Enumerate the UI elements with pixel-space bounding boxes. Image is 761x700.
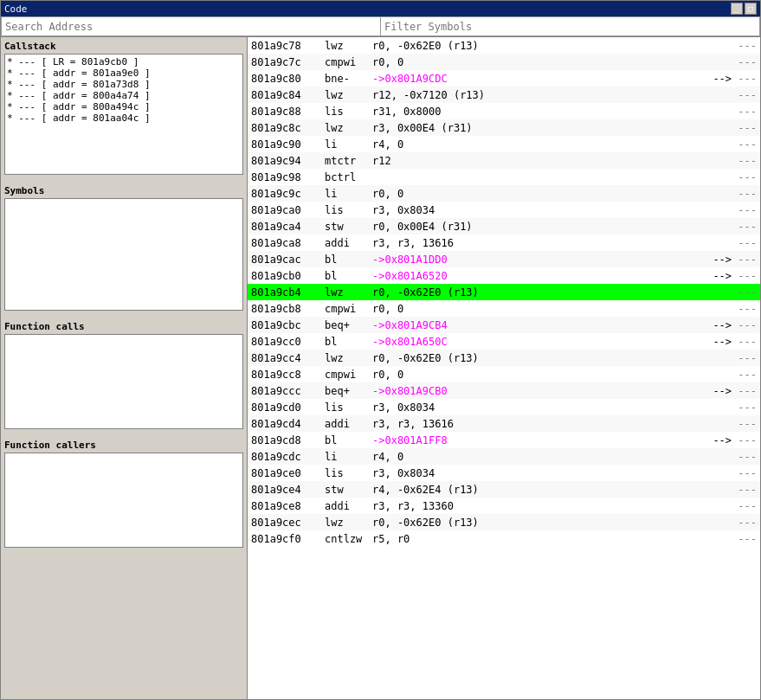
disasm-row[interactable]: 801a9cac bl ->0x801A1DD0--> --- <box>248 251 760 267</box>
disasm-address: 801a9c8c <box>251 122 325 134</box>
disasm-comment: --> --- <box>687 385 757 397</box>
disasm-row[interactable]: 801a9cb8 cmpwi r0, 0--- <box>248 300 760 317</box>
disasm-row[interactable]: 801a9cc0 bl ->0x801A650C--> --- <box>248 333 760 350</box>
disasm-mnemonic: mtctr <box>325 155 372 167</box>
disasm-link[interactable]: ->0x801A6520 <box>372 270 448 282</box>
disasm-mnemonic: stw <box>325 484 372 496</box>
disasm-address: 801a9ce4 <box>251 484 325 496</box>
disasm-row[interactable]: 801a9c78 lwz r0, -0x62E0 (r13)--- <box>248 37 760 54</box>
disasm-row[interactable]: 801a9ce4 stw r4, -0x62E4 (r13)--- <box>248 481 760 498</box>
disasm-address: 801a9cac <box>251 254 325 266</box>
disasm-comment: --> --- <box>687 336 757 348</box>
disasm-operands: r4, 0 <box>372 451 687 463</box>
disasm-row[interactable]: 801a9ca4 stw r0, 0x00E4 (r31)--- <box>248 218 760 234</box>
disasm-link[interactable]: ->0x801A9CB0 <box>372 385 448 397</box>
symbols-box[interactable] <box>4 198 243 311</box>
disasm-link[interactable]: ->0x801A650C <box>372 336 448 348</box>
disasm-row[interactable]: 801a9c80 bne- ->0x801A9CDC--> --- <box>248 70 760 87</box>
disasm-row[interactable]: 801a9cdc li r4, 0--- <box>248 448 760 465</box>
disasm-row[interactable]: 801a9cd0 lis r3, 0x8034--- <box>248 399 760 415</box>
function-callers-section: Function callers <box>1 436 247 551</box>
disasm-row[interactable]: 801a9cb0 bl ->0x801A6520--> --- <box>248 267 760 284</box>
disasm-row[interactable]: 801a9c98 bctrl --- <box>248 169 760 185</box>
disasm-row[interactable]: 801a9c84 lwz r12, -0x7120 (r13)--- <box>248 87 760 103</box>
disasm-address: 801a9c84 <box>251 89 325 101</box>
disasm-comment: --- <box>687 533 757 545</box>
disasm-link[interactable]: ->0x801A9CB4 <box>372 319 448 331</box>
disasm-comment: --> --- <box>687 319 757 331</box>
disasm-row[interactable]: 801a9cd4 addi r3, r3, 13616--- <box>248 415 760 432</box>
disasm-row[interactable]: 801a9cec lwz r0, -0x62E0 (r13)--- <box>248 514 760 530</box>
disasm-comment: --- <box>687 484 757 496</box>
disasm-address: 801a9c94 <box>251 155 325 167</box>
disasm-comment: --- <box>687 286 757 299</box>
disasm-row[interactable]: 801a9c8c lwz r3, 0x00E4 (r31)--- <box>248 119 760 136</box>
disasm-operands: r0, 0 <box>372 369 687 381</box>
disasm-address: 801a9c88 <box>251 106 325 118</box>
disasm-address: 801a9cd0 <box>251 401 325 414</box>
disasm-address: 801a9c9c <box>251 188 325 200</box>
maximize-button[interactable]: □ <box>745 3 757 15</box>
disasm-comment: --- <box>687 467 757 479</box>
disasm-address: 801a9cb4 <box>251 286 325 299</box>
disasm-mnemonic: lis <box>325 467 372 479</box>
callstack-item: * --- [ addr = 801a73d8 ] <box>7 79 241 90</box>
disasm-row[interactable]: 801a9cb4 lwz r0, -0x62E0 (r13)--- <box>248 284 760 300</box>
disasm-row[interactable]: 801a9cd8 bl ->0x801A1FF8--> --- <box>248 432 760 448</box>
disasm-mnemonic: bl <box>325 254 372 266</box>
disasm-address: 801a9ce8 <box>251 500 325 512</box>
disasm-row[interactable]: 801a9cbc beq+ ->0x801A9CB4--> --- <box>248 317 760 333</box>
disasm-comment: --- <box>687 352 757 364</box>
disasm-operands: ->0x801A6520 <box>372 270 687 282</box>
disasm-comment: --- <box>687 451 757 463</box>
disasm-row[interactable]: 801a9ce0 lis r3, 0x8034--- <box>248 465 760 481</box>
disasm-row[interactable]: 801a9cc4 lwz r0, -0x62E0 (r13)--- <box>248 350 760 366</box>
disasm-comment: --> --- <box>687 73 757 85</box>
disasm-link[interactable]: ->0x801A1DD0 <box>372 254 448 266</box>
disasm-comment: --- <box>687 106 757 118</box>
disasm-link[interactable]: ->0x801A9CDC <box>372 73 448 85</box>
disasm-comment: --- <box>687 138 757 151</box>
disasm-address: 801a9cf0 <box>251 533 325 545</box>
disasm-operands: r0, 0 <box>372 303 687 315</box>
title-bar-buttons: _ □ <box>731 3 757 15</box>
disasm-address: 801a9c78 <box>251 40 325 52</box>
disasm-address: 801a9c7c <box>251 56 325 68</box>
disasm-mnemonic: lis <box>325 204 372 216</box>
disasm-row[interactable]: 801a9c90 li r4, 0--- <box>248 136 760 152</box>
disasm-link[interactable]: ->0x801A1FF8 <box>372 434 448 446</box>
disassembly-panel[interactable]: 801a9c78 lwz r0, -0x62E0 (r13)---801a9c7… <box>248 37 760 699</box>
callstack-box[interactable]: * --- [ LR = 801a9cb0 ] * --- [ addr = 8… <box>4 54 243 175</box>
disasm-row[interactable]: 801a9ccc beq+ ->0x801A9CB0--> --- <box>248 382 760 399</box>
disasm-mnemonic: li <box>325 138 372 151</box>
disasm-operands: r0, -0x62E0 (r13) <box>372 286 687 299</box>
disasm-row[interactable]: 801a9ca0 lis r3, 0x8034--- <box>248 202 760 218</box>
disasm-comment: --- <box>687 418 757 430</box>
disasm-row[interactable]: 801a9ca8 addi r3, r3, 13616--- <box>248 234 760 251</box>
disasm-operands: ->0x801A9CB0 <box>372 385 687 397</box>
disasm-row[interactable]: 801a9ce8 addi r3, r3, 13360--- <box>248 498 760 514</box>
disasm-mnemonic: cmpwi <box>325 369 372 381</box>
disasm-address: 801a9c80 <box>251 73 325 85</box>
search-address-input[interactable] <box>1 16 381 36</box>
disasm-operands: r31, 0x8000 <box>372 106 687 118</box>
disasm-row[interactable]: 801a9cc8 cmpwi r0, 0--- <box>248 366 760 382</box>
disasm-comment: --- <box>687 500 757 512</box>
function-callers-box[interactable] <box>4 453 243 548</box>
disasm-row[interactable]: 801a9cf0 cntlzw r5, r0--- <box>248 530 760 547</box>
function-calls-box[interactable] <box>4 334 243 429</box>
disasm-operands: ->0x801A9CB4 <box>372 319 687 331</box>
function-calls-label: Function calls <box>4 321 243 332</box>
disasm-comment: --- <box>687 56 757 68</box>
disasm-row[interactable]: 801a9c7c cmpwi r0, 0--- <box>248 54 760 70</box>
disasm-operands: r0, 0x00E4 (r31) <box>372 221 687 233</box>
disasm-row[interactable]: 801a9c9c li r0, 0--- <box>248 185 760 202</box>
disasm-row[interactable]: 801a9c94 mtctr r12--- <box>248 152 760 169</box>
main-content: Callstack * --- [ LR = 801a9cb0 ] * --- … <box>1 37 760 699</box>
disasm-row[interactable]: 801a9c88 lis r31, 0x8000--- <box>248 103 760 119</box>
filter-symbols-input[interactable] <box>381 16 760 36</box>
callstack-item: * --- [ addr = 800a4a74 ] <box>7 90 241 101</box>
minimize-button[interactable]: _ <box>731 3 743 15</box>
disasm-comment: --> --- <box>687 434 757 446</box>
disasm-mnemonic: lwz <box>325 517 372 529</box>
